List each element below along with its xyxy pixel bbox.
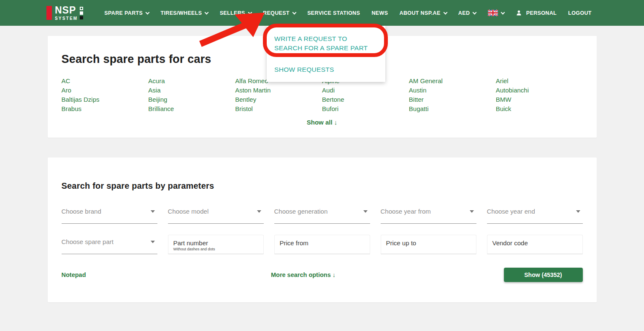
brand-link[interactable]: Autobianchi — [496, 87, 583, 94]
model-select[interactable]: Choose model — [168, 207, 264, 224]
brand-link[interactable]: Brabus — [62, 105, 149, 112]
person-icon — [516, 10, 522, 16]
show-all-link[interactable]: Show all ↓ — [62, 119, 583, 126]
brand-link[interactable]: BMW — [496, 96, 583, 103]
logo-squares-icon — [80, 7, 83, 19]
spare-part-select[interactable]: Choose spare part — [62, 237, 157, 254]
brand-link[interactable]: Aston Martin — [235, 87, 322, 94]
brand-link[interactable]: Bugatti — [409, 105, 496, 112]
dropdown-arrow-icon — [470, 210, 474, 213]
language-selector[interactable] — [488, 10, 504, 16]
chevron-down-icon — [248, 10, 252, 14]
logo-red-bar — [46, 6, 52, 20]
more-search-options-link[interactable]: More search options ↓ — [86, 271, 504, 278]
dropdown-arrow-icon — [257, 210, 261, 213]
price-from-input[interactable]: Price from — [274, 235, 370, 254]
brand-link[interactable]: Acura — [148, 77, 235, 84]
nav-item-request[interactable]: REQUEST — [263, 10, 296, 16]
price-up-to-input[interactable]: Price up to — [381, 235, 476, 254]
vendor-code-input[interactable]: Vendor code — [487, 235, 583, 254]
notepad-link[interactable]: Notepad — [62, 271, 86, 278]
generation-select[interactable]: Choose generation — [274, 207, 370, 224]
chevron-down-icon — [501, 10, 505, 14]
brand-link[interactable]: Bertone — [322, 96, 409, 103]
menu-item-write-request[interactable]: WRITE A REQUEST TO SEARCH FOR A SPARE PA… — [274, 34, 372, 53]
dropdown-arrow-icon — [151, 210, 155, 213]
part-number-input[interactable]: Part number Without dashes and dots — [168, 235, 264, 254]
search-card-title: Search for spare parts by parameters — [62, 181, 583, 191]
brands-grid: AC Acura Alfa Romeo Alpine AM General Ar… — [62, 77, 583, 112]
brand-link[interactable]: AC — [62, 77, 149, 84]
nav-item-logout[interactable]: LOGOUT — [568, 10, 592, 16]
nav-item-about[interactable]: ABOUT NSP.AE — [400, 10, 447, 16]
nav-item-news[interactable]: NEWS — [371, 10, 388, 16]
parameter-search-card: Search for spare parts by parameters Cho… — [48, 157, 597, 302]
search-form: Choose brand Choose model Choose generat… — [62, 207, 583, 254]
chevron-down-icon — [146, 10, 150, 14]
uk-flag-icon — [488, 10, 498, 16]
brand-link[interactable]: Asia — [148, 87, 235, 94]
chevron-down-icon — [205, 10, 209, 14]
request-dropdown-menu: WRITE A REQUEST TO SEARCH FOR A SPARE PA… — [267, 26, 385, 82]
brand-link[interactable]: Aro — [62, 87, 149, 94]
brand-link[interactable]: Ariel — [496, 77, 583, 84]
brand-select[interactable]: Choose brand — [62, 207, 157, 224]
show-results-button[interactable]: Show (45352) — [504, 268, 583, 282]
year-from-select[interactable]: Choose year from — [381, 207, 476, 224]
dropdown-arrow-icon — [151, 241, 155, 243]
logo-subtitle: SYSTEM — [55, 16, 78, 21]
menu-item-show-requests[interactable]: SHOW REQUESTS — [274, 65, 378, 74]
brand-link[interactable]: Audi — [322, 87, 409, 94]
main-navigation: SPARE PARTS TIRES/WHEELS SELLERS REQUEST… — [104, 10, 592, 16]
brand-link[interactable]: Buick — [496, 105, 583, 112]
nsp-logo[interactable]: NSP SYSTEM — [46, 5, 83, 21]
year-end-select[interactable]: Choose year end — [487, 207, 583, 224]
brand-link[interactable]: Bentley — [235, 96, 322, 103]
brand-link[interactable]: Brilliance — [148, 105, 235, 112]
dropdown-arrow-icon — [363, 210, 368, 213]
nav-item-service-stations[interactable]: SERVICE STATIONS — [307, 10, 360, 16]
nav-item-sellers[interactable]: SELLERS — [220, 10, 252, 16]
brand-link[interactable]: Bufori — [322, 105, 409, 112]
nav-item-tires-wheels[interactable]: TIRES/WHEELS — [160, 10, 208, 16]
brand-link[interactable]: Bitter — [409, 96, 496, 103]
nav-item-spare-parts[interactable]: SPARE PARTS — [104, 10, 149, 16]
currency-selector[interactable]: AED — [458, 10, 476, 16]
nav-item-personal[interactable]: PERSONAL — [516, 10, 557, 16]
logo-name: NSP — [55, 5, 78, 15]
search-card-footer: Notepad More search options ↓ Show (4535… — [62, 268, 583, 282]
chevron-down-icon — [292, 10, 296, 14]
brand-link[interactable]: Bristol — [235, 105, 322, 112]
brand-link[interactable]: Baltijas Dzips — [62, 96, 149, 103]
chevron-down-icon — [473, 10, 477, 14]
dropdown-arrow-icon — [576, 210, 580, 213]
brand-link[interactable]: AM General — [409, 77, 496, 84]
brand-link[interactable]: Beijing — [148, 96, 235, 103]
top-navbar: NSP SYSTEM SPARE PARTS TIRES/WHEELS SELL… — [0, 0, 644, 26]
chevron-down-icon — [443, 10, 447, 14]
brand-link[interactable]: Austin — [409, 87, 496, 94]
